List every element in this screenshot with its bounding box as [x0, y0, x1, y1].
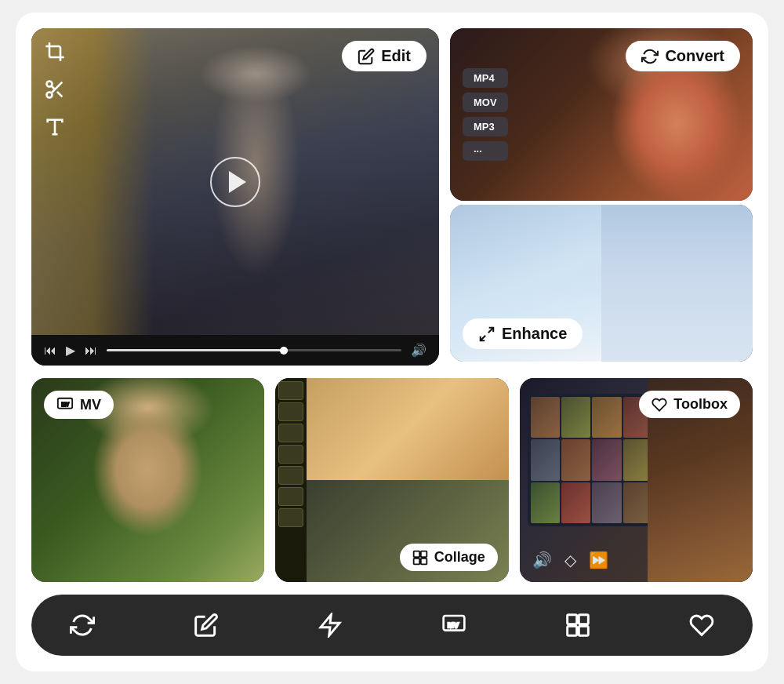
svg-rect-9 — [413, 551, 419, 557]
mv-button[interactable]: MV MV — [44, 391, 114, 419]
film-hole-1 — [278, 381, 303, 400]
nav-enhance-button[interactable] — [310, 606, 350, 645]
mv-card[interactable]: MV MV — [31, 378, 264, 582]
film-hole-3 — [278, 424, 303, 442]
scissors-icon[interactable] — [44, 78, 66, 100]
mv-icon: MV — [56, 396, 74, 413]
progress-bar[interactable] — [107, 349, 401, 351]
film-hole-5 — [278, 466, 303, 485]
convert-label: Convert — [665, 47, 724, 65]
skip-back-button[interactable]: ⏮ — [44, 344, 56, 358]
bottom-grid: MV MV — [31, 378, 753, 582]
collage-card[interactable]: Collage — [275, 378, 508, 582]
enhance-label: Enhance — [502, 325, 567, 343]
enhance-card[interactable]: Enhance — [450, 205, 753, 362]
video-controls: ⏮ ▶ ⏭ 🔊 — [31, 335, 439, 366]
format-more[interactable]: ··· — [463, 141, 508, 161]
svg-line-4 — [51, 86, 55, 89]
progress-thumb — [280, 347, 288, 355]
film-hole-6 — [278, 487, 303, 506]
convert-icon — [641, 48, 659, 65]
audio-icon[interactable]: 🔊 — [532, 551, 552, 569]
collage-label: Collage — [434, 549, 485, 566]
play-triangle-icon — [229, 171, 246, 193]
nav-toolbox-button[interactable] — [682, 606, 721, 645]
collage-button[interactable]: Collage — [400, 544, 498, 571]
svg-text:MV: MV — [448, 621, 459, 629]
toolbox-icon — [652, 397, 667, 413]
ski-person-bg — [601, 205, 753, 362]
video-area: Edit — [31, 28, 439, 335]
svg-marker-13 — [321, 615, 339, 636]
svg-rect-17 — [579, 615, 588, 624]
editor-card[interactable]: Edit ⏮ ▶ ⏭ 🔊 — [31, 28, 439, 366]
collage-icon — [412, 550, 428, 566]
enhance-button[interactable]: Enhance — [463, 318, 583, 349]
progress-fill — [107, 349, 284, 351]
enhance-icon — [478, 326, 495, 343]
svg-rect-12 — [420, 558, 426, 564]
left-toolbar — [44, 41, 66, 138]
convert-button[interactable]: Convert — [626, 41, 740, 71]
nav-collage-button[interactable] — [558, 606, 597, 645]
volume-button[interactable]: 🔊 — [411, 343, 426, 358]
toolbox-screen — [528, 394, 656, 526]
crop-icon[interactable] — [44, 41, 66, 63]
format-mp4[interactable]: MP4 — [463, 68, 508, 88]
format-tags: MP4 MOV MP3 ··· — [463, 68, 508, 161]
bottom-nav: MV — [31, 595, 753, 656]
skip-forward-button[interactable]: ⏭ — [85, 344, 97, 358]
film-hole-2 — [278, 402, 303, 421]
toolbox-bottom-icons: 🔊 ◇ ⏩ — [532, 551, 608, 569]
toolbox-card[interactable]: Toolbox 🔊 ◇ ⏩ — [520, 378, 753, 582]
toolbox-label: Toolbox — [673, 396, 728, 413]
text-icon[interactable] — [44, 116, 66, 138]
edit-button[interactable]: Edit — [342, 41, 426, 71]
svg-rect-10 — [420, 551, 426, 557]
fast-forward-icon[interactable]: ⏩ — [589, 551, 608, 569]
nav-mv-button[interactable]: MV — [434, 606, 474, 645]
svg-rect-11 — [413, 558, 419, 564]
format-mov[interactable]: MOV — [463, 93, 508, 112]
svg-text:MV: MV — [61, 402, 69, 407]
app-container: Edit ⏮ ▶ ⏭ 🔊 MP4 MOV MP3 ·· — [16, 13, 768, 671]
film-hole-4 — [278, 445, 303, 464]
film-hole-7 — [278, 508, 303, 527]
svg-rect-18 — [568, 626, 577, 635]
play-pause-button[interactable]: ▶ — [66, 343, 75, 358]
svg-line-3 — [57, 92, 62, 96]
convert-card[interactable]: MP4 MOV MP3 ··· Convert — [450, 28, 753, 201]
erase-icon[interactable]: ◇ — [564, 551, 576, 569]
main-grid: Edit ⏮ ▶ ⏭ 🔊 MP4 MOV MP3 ·· — [31, 28, 753, 366]
svg-rect-16 — [568, 615, 577, 624]
play-button[interactable] — [210, 157, 260, 207]
mv-label: MV — [80, 397, 101, 413]
nav-edit-button[interactable] — [187, 606, 226, 645]
collage-top-image — [307, 378, 508, 480]
edit-label: Edit — [381, 47, 411, 65]
svg-rect-19 — [579, 626, 588, 635]
nav-convert-button[interactable] — [63, 606, 102, 645]
film-strip — [275, 378, 307, 582]
svg-point-0 — [47, 82, 53, 87]
svg-point-1 — [47, 93, 53, 98]
toolbox-button[interactable]: Toolbox — [639, 391, 740, 418]
edit-icon — [358, 48, 375, 65]
format-mp3[interactable]: MP3 — [463, 117, 508, 136]
